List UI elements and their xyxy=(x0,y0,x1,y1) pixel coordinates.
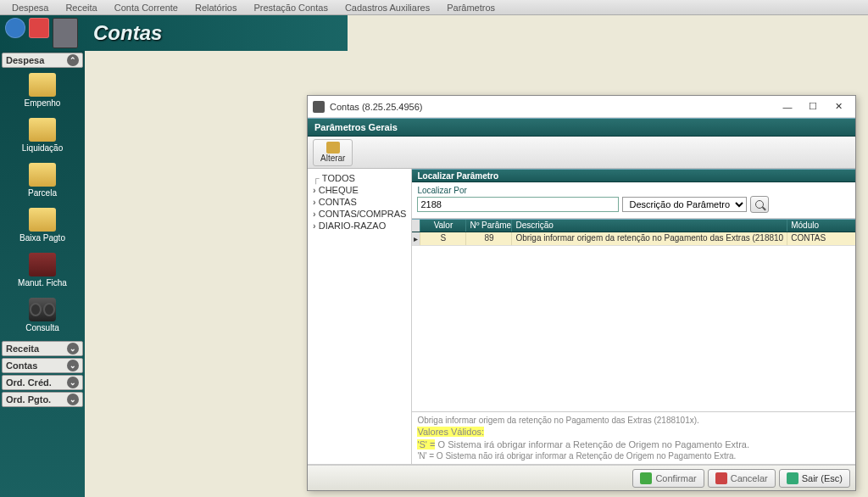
menubar: Despesa Receita Conta Corrente Relatório… xyxy=(0,0,868,15)
tree-item-contas[interactable]: CONTAS xyxy=(311,196,408,208)
header-icons xyxy=(0,18,83,48)
help-text: O Sistema irá obrigar informar a Retençã… xyxy=(435,439,749,450)
header-icon-1[interactable] xyxy=(5,18,25,38)
chevron-down-icon: ⌄ xyxy=(67,394,79,405)
cancel-icon xyxy=(715,472,727,484)
content-panel: Localizar Parâmetro Localizar Por Descri… xyxy=(412,169,855,464)
menu-conta-corrente[interactable]: Conta Corrente xyxy=(106,1,186,14)
search-select[interactable]: Descrição do Parâmetro xyxy=(622,197,747,212)
sidebar-item-baixa-pagto[interactable]: Baixa Pagto xyxy=(0,204,85,249)
confirmar-button[interactable]: Confirmar xyxy=(632,469,704,488)
sidebar-group-contas[interactable]: Contas ⌄ xyxy=(2,358,83,373)
sidebar-item-parcela[interactable]: Parcela xyxy=(0,159,85,204)
tree-item-todos[interactable]: TODOS xyxy=(311,172,408,184)
folder-icon xyxy=(29,73,56,97)
sidebar-item-label: Empenho xyxy=(25,98,61,108)
window-footer: Confirmar Cancelar Sair (Esc) xyxy=(308,465,855,490)
maximize-button[interactable]: ☐ xyxy=(806,100,820,114)
sidebar-group-label: Despesa xyxy=(6,55,44,65)
window-toolbar: Alterar xyxy=(308,137,855,169)
row-indicator-icon: ▸ xyxy=(412,232,420,245)
toolbar-btn-label: Alterar xyxy=(320,154,345,163)
check-icon xyxy=(640,472,652,484)
grid-header: Valor Nº Parâmetro Descrição Módulo Tipo… xyxy=(412,219,855,232)
sidebar-item-label: Parcela xyxy=(28,188,57,198)
folder-icon xyxy=(29,163,56,187)
sidebar-group-ord-pgto[interactable]: Ord. Pgto. ⌄ xyxy=(2,392,83,407)
safe-icon xyxy=(53,18,78,48)
window-title: Contas (8.25.25.4956) xyxy=(330,102,781,112)
col-header-num[interactable]: Nº Parâmetro xyxy=(466,220,512,232)
grid-empty-area xyxy=(412,246,855,411)
col-header-desc[interactable]: Descrição xyxy=(512,220,787,232)
menu-parametros[interactable]: Parâmetros xyxy=(438,1,504,14)
alterar-button[interactable]: Alterar xyxy=(313,139,353,166)
menu-cadastros[interactable]: Cadastros Auxiliares xyxy=(337,1,438,14)
cancelar-button[interactable]: Cancelar xyxy=(708,469,776,488)
window-controls: — ☐ ✕ xyxy=(781,100,850,114)
app-title: Contas xyxy=(83,21,162,45)
edit-icon xyxy=(326,142,340,154)
chevron-down-icon: ⌄ xyxy=(67,343,79,355)
search-input[interactable] xyxy=(417,197,619,212)
app-header: Contas xyxy=(0,15,868,51)
result-grid: Valor Nº Parâmetro Descrição Módulo Tipo… xyxy=(412,219,855,246)
sidebar-group-label: Ord. Pgto. xyxy=(6,394,51,405)
search-button[interactable] xyxy=(750,196,769,213)
folder-icon xyxy=(29,118,56,142)
menu-receita[interactable]: Receita xyxy=(57,1,105,14)
chest-icon xyxy=(29,253,56,276)
sidebar-group-label: Contas xyxy=(6,360,37,371)
menu-despesa[interactable]: Despesa xyxy=(3,1,57,14)
menu-relatorios[interactable]: Relatórios xyxy=(186,1,246,14)
help-panel: Obriga informar origem da retenção no Pa… xyxy=(412,411,855,464)
footer-btn-label: Confirmar xyxy=(655,473,696,483)
cell-desc: Obriga informar origem da retenção no Pa… xyxy=(512,232,787,245)
cell-valor: S xyxy=(420,232,466,245)
main-area: Contas (8.25.25.4956) — ☐ ✕ Parâmetros G… xyxy=(85,51,868,497)
minimize-button[interactable]: — xyxy=(781,100,794,114)
sidebar: Despesa ⌃ Empenho Liquidação Parcela Bai… xyxy=(0,51,85,497)
sidebar-group-ord-cred[interactable]: Ord. Créd. ⌄ xyxy=(2,375,83,390)
sidebar-item-label: Consulta xyxy=(25,323,58,332)
help-highlight: Valores Válidos: xyxy=(417,427,484,437)
sidebar-item-manut-ficha[interactable]: Manut. Ficha xyxy=(0,249,85,294)
window-subtitle: Parâmetros Gerais xyxy=(308,118,855,137)
help-line: 'N' = O Sistema não irá obrigar informar… xyxy=(417,450,855,461)
sidebar-item-consulta[interactable]: Consulta xyxy=(0,294,85,339)
parametros-window: Contas (8.25.25.4956) — ☐ ✕ Parâmetros G… xyxy=(307,95,856,491)
tree-panel: TODOS CHEQUE CONTAS CONTAS/COMPRAS DIARI… xyxy=(308,169,412,464)
search-header: Localizar Parâmetro xyxy=(412,169,855,182)
search-label: Localizar Por xyxy=(417,186,855,195)
tree-item-contas-compras[interactable]: CONTAS/COMPRAS xyxy=(311,208,408,220)
table-row[interactable]: ▸ S 89 Obriga informar origem da retençã… xyxy=(412,232,855,246)
sidebar-group-despesa[interactable]: Despesa ⌃ xyxy=(2,53,83,68)
menu-prestacao[interactable]: Prestação Contas xyxy=(245,1,336,14)
search-controls: Descrição do Parâmetro xyxy=(417,196,855,213)
tree-item-cheque[interactable]: CHEQUE xyxy=(311,184,408,196)
sidebar-item-empenho[interactable]: Empenho xyxy=(0,70,85,114)
exit-icon xyxy=(787,472,798,484)
sidebar-item-label: Liquidação xyxy=(22,143,63,153)
window-body: TODOS CHEQUE CONTAS CONTAS/COMPRAS DIARI… xyxy=(308,169,855,465)
help-highlight: 'S' = xyxy=(417,439,435,450)
help-line: Obriga informar origem da retenção no Pa… xyxy=(417,415,855,426)
footer-btn-label: Cancelar xyxy=(731,473,768,483)
help-line: Valores Válidos: xyxy=(417,426,855,438)
search-icon xyxy=(755,200,764,209)
help-line: 'S' = O Sistema irá obrigar informar a R… xyxy=(417,438,855,450)
cell-mod: CONTAS xyxy=(787,232,855,245)
sidebar-group-receita[interactable]: Receita ⌄ xyxy=(2,341,83,356)
chevron-down-icon: ⌄ xyxy=(67,377,79,388)
sidebar-item-liquidacao[interactable]: Liquidação xyxy=(0,114,85,159)
tree-item-diario-razao[interactable]: DIARIO-RAZAO xyxy=(311,220,408,232)
window-titlebar[interactable]: Contas (8.25.25.4956) — ☐ ✕ xyxy=(308,96,855,118)
sair-button[interactable]: Sair (Esc) xyxy=(779,469,850,488)
header-icon-2[interactable] xyxy=(29,18,49,38)
chevron-down-icon: ⌄ xyxy=(67,360,79,371)
col-header-mod[interactable]: Módulo xyxy=(787,220,855,232)
chevron-up-icon: ⌃ xyxy=(67,54,79,66)
close-button[interactable]: ✕ xyxy=(832,100,845,114)
col-header-valor[interactable]: Valor xyxy=(420,220,466,232)
sidebar-item-label: Baixa Pagto xyxy=(19,233,65,243)
